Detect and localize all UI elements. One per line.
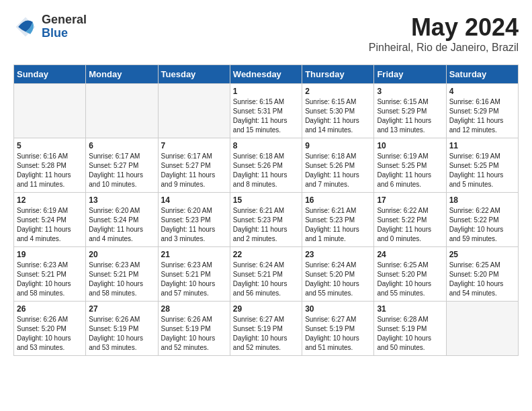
cell-info: Sunrise: 6:27 AM Sunset: 5:19 PM Dayligh… xyxy=(305,315,371,353)
cell-info: Sunrise: 6:28 AM Sunset: 5:19 PM Dayligh… xyxy=(377,315,443,353)
cell-info: Sunrise: 6:26 AM Sunset: 5:19 PM Dayligh… xyxy=(89,315,154,353)
calendar-cell: 7Sunrise: 6:17 AM Sunset: 5:27 PM Daylig… xyxy=(158,138,230,193)
day-number: 11 xyxy=(449,141,515,150)
weekday-header: Friday xyxy=(374,65,446,84)
day-number: 10 xyxy=(377,141,443,150)
calendar-cell xyxy=(14,84,86,138)
day-number: 4 xyxy=(449,87,515,96)
month-title: May 2024 xyxy=(369,13,519,42)
cell-info: Sunrise: 6:17 AM Sunset: 5:27 PM Dayligh… xyxy=(161,152,227,189)
calendar-cell: 1Sunrise: 6:15 AM Sunset: 5:31 PM Daylig… xyxy=(230,84,302,138)
day-number: 25 xyxy=(449,250,515,259)
calendar-cell: 26Sunrise: 6:26 AM Sunset: 5:20 PM Dayli… xyxy=(14,302,86,356)
calendar-cell: 14Sunrise: 6:20 AM Sunset: 5:23 PM Dayli… xyxy=(158,193,230,247)
calendar-cell: 25Sunrise: 6:25 AM Sunset: 5:20 PM Dayli… xyxy=(446,247,518,302)
cell-info: Sunrise: 6:20 AM Sunset: 5:23 PM Dayligh… xyxy=(161,206,227,244)
day-number: 5 xyxy=(17,141,83,150)
day-number: 26 xyxy=(17,304,83,314)
day-number: 27 xyxy=(89,304,154,314)
calendar-cell xyxy=(158,84,230,138)
cell-info: Sunrise: 6:18 AM Sunset: 5:26 PM Dayligh… xyxy=(305,152,371,189)
logo-line2: Blue xyxy=(42,27,87,40)
weekday-header: Sunday xyxy=(14,65,86,84)
title-block: May 2024 Pinheiral, Rio de Janeiro, Braz… xyxy=(369,13,519,54)
calendar-cell: 5Sunrise: 6:16 AM Sunset: 5:28 PM Daylig… xyxy=(14,138,86,193)
calendar-week-row: 5Sunrise: 6:16 AM Sunset: 5:28 PM Daylig… xyxy=(14,138,519,193)
cell-info: Sunrise: 6:16 AM Sunset: 5:28 PM Dayligh… xyxy=(17,152,83,189)
day-number: 18 xyxy=(449,195,515,205)
calendar-cell: 29Sunrise: 6:27 AM Sunset: 5:19 PM Dayli… xyxy=(230,302,302,356)
cell-info: Sunrise: 6:26 AM Sunset: 5:19 PM Dayligh… xyxy=(161,315,227,353)
weekday-header: Monday xyxy=(86,65,158,84)
calendar-cell: 23Sunrise: 6:24 AM Sunset: 5:20 PM Dayli… xyxy=(302,247,374,302)
cell-info: Sunrise: 6:23 AM Sunset: 5:21 PM Dayligh… xyxy=(161,261,227,298)
cell-info: Sunrise: 6:24 AM Sunset: 5:20 PM Dayligh… xyxy=(305,261,371,298)
day-number: 30 xyxy=(305,304,371,314)
cell-info: Sunrise: 6:19 AM Sunset: 5:24 PM Dayligh… xyxy=(17,206,83,244)
calendar-cell: 9Sunrise: 6:18 AM Sunset: 5:26 PM Daylig… xyxy=(302,138,374,193)
day-number: 31 xyxy=(377,304,443,314)
day-number: 7 xyxy=(161,141,227,150)
calendar-table: SundayMondayTuesdayWednesdayThursdayFrid… xyxy=(13,64,519,356)
day-number: 19 xyxy=(17,250,83,259)
weekday-header: Thursday xyxy=(302,65,374,84)
cell-info: Sunrise: 6:17 AM Sunset: 5:27 PM Dayligh… xyxy=(89,152,154,189)
calendar-cell: 12Sunrise: 6:19 AM Sunset: 5:24 PM Dayli… xyxy=(14,193,86,247)
calendar-cell: 10Sunrise: 6:19 AM Sunset: 5:25 PM Dayli… xyxy=(374,138,446,193)
logo-icon xyxy=(13,15,38,39)
weekday-header: Wednesday xyxy=(230,65,302,84)
day-number: 16 xyxy=(305,195,371,205)
weekday-header-row: SundayMondayTuesdayWednesdayThursdayFrid… xyxy=(14,65,519,84)
cell-info: Sunrise: 6:15 AM Sunset: 5:30 PM Dayligh… xyxy=(305,97,371,135)
cell-info: Sunrise: 6:24 AM Sunset: 5:21 PM Dayligh… xyxy=(233,261,299,298)
cell-info: Sunrise: 6:18 AM Sunset: 5:26 PM Dayligh… xyxy=(233,152,299,189)
cell-info: Sunrise: 6:25 AM Sunset: 5:20 PM Dayligh… xyxy=(377,261,443,298)
day-number: 13 xyxy=(89,195,154,205)
day-number: 9 xyxy=(305,141,371,150)
calendar-cell: 20Sunrise: 6:23 AM Sunset: 5:21 PM Dayli… xyxy=(86,247,158,302)
day-number: 22 xyxy=(233,250,299,259)
cell-info: Sunrise: 6:26 AM Sunset: 5:20 PM Dayligh… xyxy=(17,315,83,353)
cell-info: Sunrise: 6:19 AM Sunset: 5:25 PM Dayligh… xyxy=(449,152,515,189)
logo-text: General Blue xyxy=(42,13,87,40)
calendar-cell: 30Sunrise: 6:27 AM Sunset: 5:19 PM Dayli… xyxy=(302,302,374,356)
day-number: 2 xyxy=(305,87,371,96)
calendar-cell: 28Sunrise: 6:26 AM Sunset: 5:19 PM Dayli… xyxy=(158,302,230,356)
cell-info: Sunrise: 6:23 AM Sunset: 5:21 PM Dayligh… xyxy=(89,261,154,298)
cell-info: Sunrise: 6:21 AM Sunset: 5:23 PM Dayligh… xyxy=(305,206,371,244)
calendar-cell: 31Sunrise: 6:28 AM Sunset: 5:19 PM Dayli… xyxy=(374,302,446,356)
calendar-cell: 21Sunrise: 6:23 AM Sunset: 5:21 PM Dayli… xyxy=(158,247,230,302)
calendar-cell: 24Sunrise: 6:25 AM Sunset: 5:20 PM Dayli… xyxy=(374,247,446,302)
calendar-cell: 22Sunrise: 6:24 AM Sunset: 5:21 PM Dayli… xyxy=(230,247,302,302)
day-number: 28 xyxy=(161,304,227,314)
cell-info: Sunrise: 6:22 AM Sunset: 5:22 PM Dayligh… xyxy=(377,206,443,244)
cell-info: Sunrise: 6:19 AM Sunset: 5:25 PM Dayligh… xyxy=(377,152,443,189)
day-number: 15 xyxy=(233,195,299,205)
calendar-cell: 17Sunrise: 6:22 AM Sunset: 5:22 PM Dayli… xyxy=(374,193,446,247)
day-number: 3 xyxy=(377,87,443,96)
day-number: 23 xyxy=(305,250,371,259)
cell-info: Sunrise: 6:21 AM Sunset: 5:23 PM Dayligh… xyxy=(233,206,299,244)
calendar-cell: 11Sunrise: 6:19 AM Sunset: 5:25 PM Dayli… xyxy=(446,138,518,193)
calendar-week-row: 19Sunrise: 6:23 AM Sunset: 5:21 PM Dayli… xyxy=(14,247,519,302)
calendar-cell: 18Sunrise: 6:22 AM Sunset: 5:22 PM Dayli… xyxy=(446,193,518,247)
calendar-cell: 3Sunrise: 6:15 AM Sunset: 5:29 PM Daylig… xyxy=(374,84,446,138)
calendar-cell: 13Sunrise: 6:20 AM Sunset: 5:24 PM Dayli… xyxy=(86,193,158,247)
cell-info: Sunrise: 6:27 AM Sunset: 5:19 PM Dayligh… xyxy=(233,315,299,353)
day-number: 14 xyxy=(161,195,227,205)
location: Pinheiral, Rio de Janeiro, Brazil xyxy=(369,42,519,54)
calendar-cell xyxy=(86,84,158,138)
day-number: 29 xyxy=(233,304,299,314)
day-number: 12 xyxy=(17,195,83,205)
cell-info: Sunrise: 6:15 AM Sunset: 5:31 PM Dayligh… xyxy=(233,97,299,135)
day-number: 20 xyxy=(89,250,154,259)
calendar-cell: 8Sunrise: 6:18 AM Sunset: 5:26 PM Daylig… xyxy=(230,138,302,193)
day-number: 8 xyxy=(233,141,299,150)
calendar-cell: 2Sunrise: 6:15 AM Sunset: 5:30 PM Daylig… xyxy=(302,84,374,138)
cell-info: Sunrise: 6:20 AM Sunset: 5:24 PM Dayligh… xyxy=(89,206,154,244)
day-number: 24 xyxy=(377,250,443,259)
weekday-header: Saturday xyxy=(446,65,518,84)
cell-info: Sunrise: 6:15 AM Sunset: 5:29 PM Dayligh… xyxy=(377,97,443,135)
weekday-header: Tuesday xyxy=(158,65,230,84)
calendar-cell: 27Sunrise: 6:26 AM Sunset: 5:19 PM Dayli… xyxy=(86,302,158,356)
